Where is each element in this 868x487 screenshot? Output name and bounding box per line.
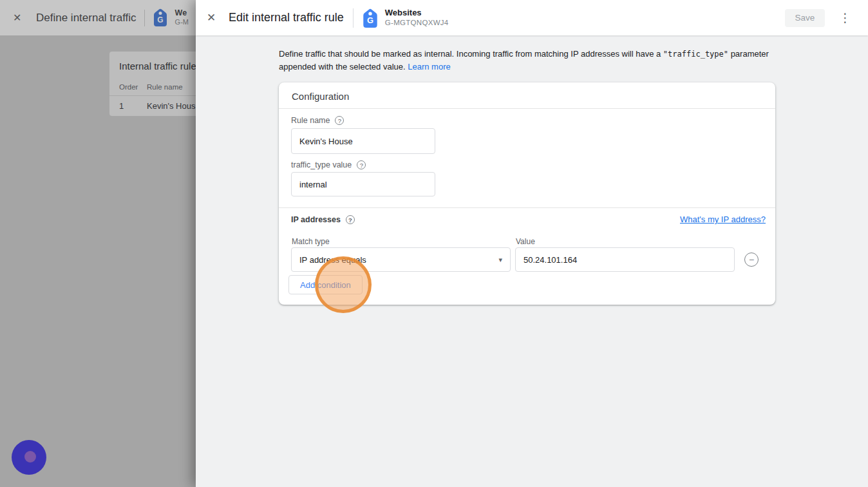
property-name: We — [175, 8, 189, 19]
internal-traffic-rules-card: Internal traffic rule Order Rule name 1 … — [109, 52, 196, 116]
close-icon[interactable]: ✕ — [205, 11, 218, 24]
screen: ✕ Define internal traffic G We G-M Inter… — [0, 0, 868, 487]
table-row[interactable]: 1 Kevin's Hous — [119, 101, 195, 111]
dialog-header: ✕ Edit internal traffic rule G Websites … — [196, 0, 868, 35]
configuration-card: Configuration Rule name ? traffic_type v… — [279, 82, 775, 305]
help-icon[interactable]: ? — [357, 160, 366, 169]
dialog-body: Define traffic that should be marked as … — [196, 35, 868, 487]
match-type-selected-value: IP address equals — [299, 255, 366, 265]
learn-more-link[interactable]: Learn more — [408, 62, 450, 72]
property-id: G-MGTQNQXWJ4 — [385, 18, 449, 28]
rules-table-header: Order Rule name — [119, 83, 183, 91]
svg-text:G: G — [157, 15, 163, 24]
ip-value-input[interactable] — [515, 247, 735, 272]
property-name: Websites — [385, 8, 449, 19]
card-divider — [279, 108, 775, 109]
whats-my-ip-link[interactable]: What's my IP address? — [680, 215, 766, 224]
row-rule-name-value: Kevin's Hous — [147, 101, 195, 111]
rules-card-title: Internal traffic rule — [109, 52, 196, 72]
background-panel-header: ✕ Define internal traffic G We G-M — [0, 0, 196, 35]
rule-name-label: Rule name ? — [291, 116, 344, 125]
add-condition-button[interactable]: Add condition — [288, 275, 363, 294]
configuration-title: Configuration — [292, 91, 349, 102]
cursor-indicator — [12, 440, 46, 475]
description-text: Define traffic that should be marked as … — [279, 48, 788, 73]
traffic-type-label-text: traffic_type value — [291, 160, 352, 169]
property-id: G-M — [175, 18, 189, 27]
background-panel-title: Define internal traffic — [36, 12, 137, 24]
ip-addresses-label: IP addresses ? — [291, 215, 355, 224]
google-tag-icon: G — [362, 8, 379, 28]
match-type-label: Match type — [292, 237, 330, 246]
description-code: "traffic_type" — [663, 50, 728, 59]
column-order: Order — [119, 83, 147, 91]
description-before: Define traffic that should be marked as … — [279, 49, 663, 59]
rule-name-input[interactable] — [291, 128, 435, 154]
background-property-selector[interactable]: We G-M — [175, 8, 189, 27]
traffic-type-label: traffic_type value ? — [291, 160, 366, 169]
property-selector[interactable]: Websites G-MGTQNQXWJ4 — [385, 8, 449, 28]
column-rule-name: Rule name — [147, 83, 183, 91]
card-divider — [279, 207, 775, 208]
save-button[interactable]: Save — [785, 9, 825, 27]
row-order-value: 1 — [119, 101, 147, 111]
google-tag-icon: G — [153, 8, 169, 28]
ip-addresses-label-text: IP addresses — [291, 215, 341, 224]
match-type-select[interactable]: IP address equals ▾ — [291, 247, 511, 272]
header-divider — [353, 8, 354, 28]
header-divider — [144, 10, 145, 26]
value-label: Value — [516, 237, 535, 246]
background-panel-body: Internal traffic rule Order Rule name 1 … — [0, 35, 196, 487]
cursor-indicator-inner-dot — [24, 451, 36, 463]
chevron-down-icon: ▾ — [498, 256, 502, 264]
help-icon[interactable]: ? — [346, 215, 355, 224]
dialog-title: Edit internal traffic rule — [229, 11, 344, 24]
rule-name-label-text: Rule name — [291, 116, 330, 125]
svg-text:G: G — [367, 15, 373, 25]
help-icon[interactable]: ? — [335, 116, 344, 125]
table-divider — [109, 95, 196, 96]
edit-internal-traffic-rule-panel: ✕ Edit internal traffic rule G Websites … — [196, 0, 868, 487]
close-icon[interactable]: ✕ — [13, 12, 24, 24]
remove-condition-icon[interactable]: − — [744, 253, 759, 267]
more-options-icon[interactable]: ⋮ — [839, 12, 851, 24]
traffic-type-input[interactable] — [291, 172, 435, 196]
background-panel-define-internal-traffic: ✕ Define internal traffic G We G-M Inter… — [0, 0, 196, 487]
